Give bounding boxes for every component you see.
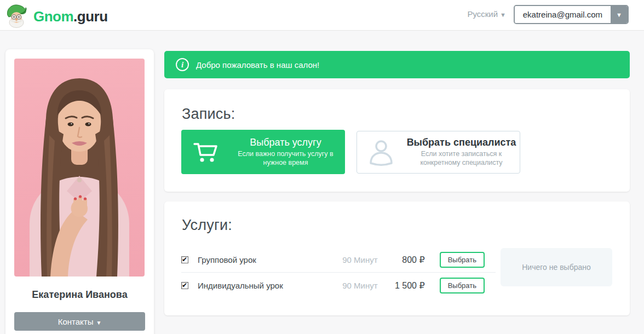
selection-summary: Ничего не выбрано [501,248,612,286]
person-icon [357,138,405,166]
contacts-button[interactable]: Контакты▼ [14,312,145,331]
choose-service-title: Выбрать услугу [229,137,342,148]
contacts-button-label: Контакты [58,317,94,326]
services-title: Услуги: [182,217,232,234]
service-label: Групповой урок [198,255,256,264]
profile-name: Екатерина Иванова [5,289,154,301]
service-price: 1 500 ₽ [390,280,425,291]
choose-service-button[interactable]: Выбрать услугу Если важно получить услуг… [181,130,345,174]
service-label: Индивидуальный урок [198,281,283,290]
gnome-logo-icon [4,3,28,30]
service-row: Групповой урок 90 Минут 800 ₽ Выбрать [181,247,496,273]
service-pick-button[interactable]: Выбрать [440,252,485,268]
brand-name-green: Gnom [33,8,73,25]
profile-card: Екатерина Иванова Контакты▼ [5,49,154,334]
choose-service-subtitle: Если важно получить услугу в нужное врем… [229,150,342,167]
language-selector[interactable]: Русский▼ [467,9,506,19]
service-duration: 90 Минут [332,255,378,264]
choose-specialist-title: Выбрать специалиста [405,137,518,148]
booking-title: Запись: [182,106,235,123]
brand-name: Gnom.guru [33,8,108,25]
account-selector[interactable]: ekatreina@gmail.com ▼ [514,5,629,24]
brand-name-dark: .guru [73,8,108,25]
account-email: ekatreina@gmail.com [515,6,611,23]
language-label: Русский [467,9,498,19]
brand-logo[interactable]: Gnom.guru [4,3,108,30]
chevron-down-icon: ▼ [616,11,622,18]
account-dropdown-button[interactable]: ▼ [611,6,628,23]
service-pick-button[interactable]: Выбрать [440,278,485,293]
services-card: Услуги: Групповой урок 90 Минут 800 ₽ Вы… [164,201,630,315]
service-checkbox[interactable] [181,282,188,289]
selection-summary-text: Ничего не выбрано [522,263,591,272]
service-checkbox[interactable] [181,256,188,263]
page: Gnom.guru Русский▼ ekatreina@gmail.com ▼ [0,0,644,334]
choose-specialist-subtitle: Если хотите записаться к конкретному спе… [405,150,518,167]
service-price: 800 ₽ [390,255,425,265]
chevron-down-icon: ▼ [96,320,101,326]
booking-card: Запись: Выбрать услугу Если важно получи… [164,89,630,192]
profile-photo [14,59,145,277]
service-row: Индивидуальный урок 90 Минут 1 500 ₽ Выб… [181,273,496,298]
service-duration: 90 Минут [332,281,378,290]
chevron-down-icon: ▼ [500,11,506,18]
services-list: Групповой урок 90 Минут 800 ₽ Выбрать Ин… [181,247,496,298]
welcome-banner-text: Добро пожаловать в наш салон! [196,60,319,70]
welcome-banner: i Добро пожаловать в наш салон! [164,51,630,78]
header: Gnom.guru Русский▼ ekatreina@gmail.com ▼ [0,0,644,31]
choose-specialist-button[interactable]: Выбрать специалиста Если хотите записать… [357,131,520,174]
cart-icon [181,141,229,164]
info-icon: i [176,58,189,71]
